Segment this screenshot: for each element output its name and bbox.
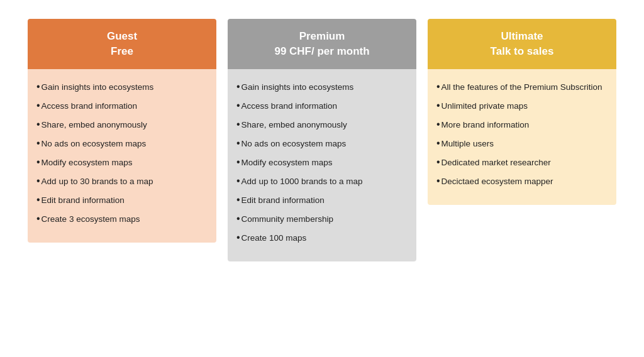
premium-feature-2: Share, embed anonymously [236, 117, 408, 132]
pricing-card-guest: GuestFreeGain insights into ecosystemsAc… [28, 19, 216, 243]
pricing-container: GuestFreeGain insights into ecosystemsAc… [0, 0, 644, 357]
guest-title-line2: Free [111, 45, 133, 57]
ultimate-header: UltimateTalk to sales [428, 19, 616, 69]
ultimate-feature-5: Decictaed ecosystem mapper [436, 173, 608, 189]
guest-feature-0: Gain insights into ecosystems [36, 79, 208, 94]
guest-feature-7: Create 3 ecosystem maps [36, 211, 208, 226]
premium-feature-list: Gain insights into ecosystemsAccess bran… [236, 79, 408, 245]
guest-feature-3: No ads on ecosystem maps [36, 136, 208, 151]
guest-feature-4: Modify ecosystem maps [36, 155, 208, 170]
premium-feature-1: Access brand information [236, 98, 408, 113]
guest-header: GuestFree [28, 19, 216, 69]
ultimate-feature-3: Multiple users [436, 136, 608, 151]
pricing-card-ultimate: UltimateTalk to salesAll the features of… [428, 19, 616, 205]
ultimate-body: All the features of the Premium Subscrit… [428, 69, 616, 205]
guest-feature-6: Edit brand information [36, 192, 208, 207]
ultimate-feature-4: Dedicated market researcher [436, 155, 608, 170]
premium-title-line1: Premium [299, 30, 345, 42]
premium-header: Premium99 CHF/ per month [228, 19, 416, 69]
guest-feature-1: Access brand information [36, 98, 208, 113]
premium-body: Gain insights into ecosystemsAccess bran… [228, 69, 416, 261]
guest-body: Gain insights into ecosystemsAccess bran… [28, 69, 216, 243]
premium-feature-0: Gain insights into ecosystems [236, 79, 408, 94]
premium-feature-7: Community membership [236, 211, 408, 226]
guest-title-line1: Guest [107, 30, 137, 42]
guest-feature-2: Share, embed anonymously [36, 117, 208, 132]
ultimate-feature-1: Unlimited private maps [436, 98, 608, 113]
premium-title-line2: 99 CHF/ per month [274, 45, 369, 57]
guest-feature-list: Gain insights into ecosystemsAccess bran… [36, 79, 208, 226]
pricing-card-premium: Premium99 CHF/ per monthGain insights in… [228, 19, 416, 261]
ultimate-title-line1: Ultimate [501, 30, 543, 42]
premium-feature-8: Create 100 maps [236, 230, 408, 245]
premium-feature-4: Modify ecosystem maps [236, 155, 408, 170]
ultimate-feature-list: All the features of the Premium Subscrit… [436, 79, 608, 189]
ultimate-feature-0: All the features of the Premium Subscrit… [436, 79, 608, 94]
ultimate-title-line2: Talk to sales [491, 45, 554, 57]
guest-feature-5: Add up to 30 brands to a map [36, 173, 208, 189]
premium-feature-6: Edit brand information [236, 192, 408, 207]
premium-feature-5: Add up to 1000 brands to a map [236, 173, 408, 189]
premium-feature-3: No ads on ecosystem maps [236, 136, 408, 151]
ultimate-feature-2: More brand information [436, 117, 608, 132]
